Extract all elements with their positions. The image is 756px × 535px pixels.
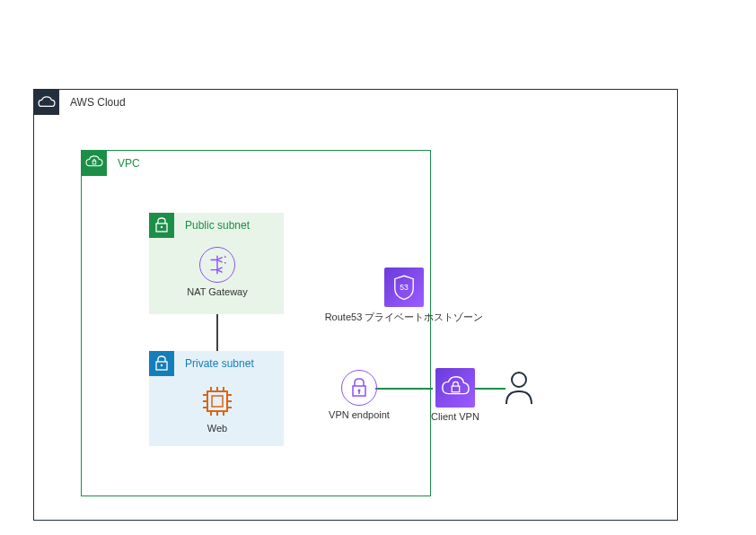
web-label: Web (190, 423, 244, 434)
svg-rect-12 (207, 391, 227, 411)
svg-text:53: 53 (400, 283, 409, 292)
aws-cloud-icon (34, 90, 59, 115)
web-node: Web (190, 383, 244, 434)
client-vpn-label: Client VPN (424, 411, 487, 422)
vpn-endpoint-icon (341, 370, 377, 406)
svg-point-6 (161, 226, 163, 228)
svg-rect-4 (92, 161, 96, 164)
route53-icon: 53 (384, 268, 424, 307)
route53-node: 53 Route53 プライベートホストゾーン (323, 268, 485, 324)
svg-marker-8 (224, 256, 226, 258)
nat-gateway-icon (199, 247, 235, 283)
nat-gateway-label: NAT Gateway (180, 286, 255, 297)
nat-gateway-node: NAT Gateway (180, 247, 255, 297)
client-vpn-icon (435, 368, 475, 408)
private-subnet-label: Private subnet (181, 357, 254, 370)
svg-marker-9 (224, 262, 226, 264)
svg-rect-30 (452, 386, 460, 392)
vpc-icon (82, 151, 107, 176)
route53-label: Route53 プライベートホストゾーン (323, 311, 485, 324)
client-vpn-node: Client VPN (424, 368, 487, 422)
diagram-canvas: AWS Cloud VPC Publ (0, 0, 756, 535)
chip-icon (199, 383, 235, 419)
vpn-endpoint-label: VPN endpoint (321, 409, 397, 420)
svg-point-11 (161, 364, 163, 366)
user-node (501, 370, 537, 409)
user-icon (503, 370, 535, 406)
vpc-label: VPC (114, 157, 140, 170)
private-subnet-icon (149, 351, 174, 376)
svg-point-31 (512, 373, 526, 387)
vpn-endpoint-node: VPN endpoint (321, 370, 397, 420)
aws-cloud-label: AWS Cloud (66, 96, 126, 109)
public-subnet-icon (149, 213, 174, 238)
svg-rect-13 (212, 396, 223, 407)
public-subnet-label: Public subnet (181, 219, 250, 232)
